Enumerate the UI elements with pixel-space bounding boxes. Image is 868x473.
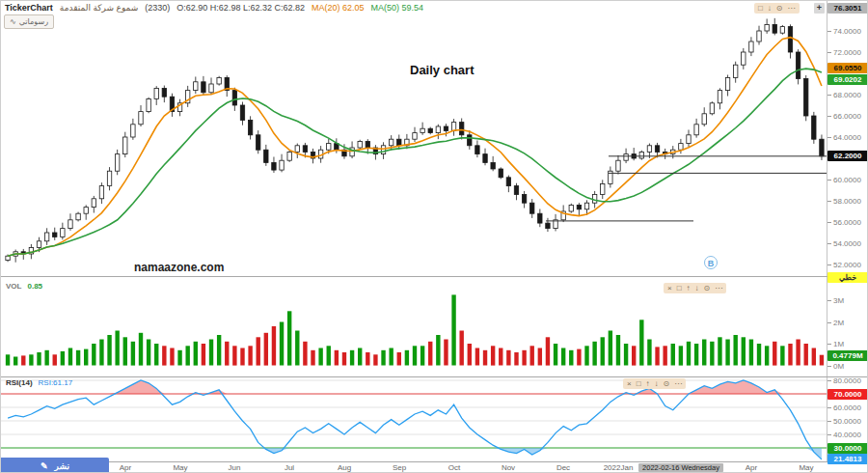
move-down-icon[interactable]: ↓ xyxy=(695,284,699,292)
volume-bar xyxy=(170,348,174,366)
candle xyxy=(295,144,299,158)
volume-bar xyxy=(84,349,88,366)
price-chart[interactable] xyxy=(1,1,827,277)
volume-bar xyxy=(311,350,314,366)
volume-bar xyxy=(780,346,784,365)
watermark: namaazone.com xyxy=(134,261,224,274)
volume-bar xyxy=(177,350,181,366)
candle xyxy=(397,134,401,149)
candle xyxy=(280,154,284,173)
ma20-price-chip: 69.0550 xyxy=(827,63,868,73)
candle xyxy=(468,130,472,150)
volume-bar xyxy=(76,350,80,366)
window-icon[interactable]: □ xyxy=(758,4,763,13)
volume-bar xyxy=(29,354,33,365)
panel-separator[interactable] xyxy=(1,276,868,277)
candle xyxy=(61,223,65,240)
candle xyxy=(177,99,181,117)
volume-bar xyxy=(639,320,643,365)
plus-icon[interactable]: + xyxy=(814,3,825,14)
axis-tick-label: 52.0000 xyxy=(827,261,861,269)
ma20-readout: MA(20) 62.05 xyxy=(312,3,365,13)
volume-bar xyxy=(483,350,487,366)
rsi-chart[interactable] xyxy=(1,377,827,461)
clock-icon[interactable]: ⊙ xyxy=(664,379,670,388)
candle xyxy=(248,116,252,139)
candle xyxy=(225,75,229,97)
candle xyxy=(405,134,409,149)
ohlc-values: O:62.90 H:62.98 L:62.32 C:62.82 xyxy=(176,3,305,13)
close-icon[interactable]: × xyxy=(667,284,672,292)
month-label: 2022Jan xyxy=(604,463,634,472)
rsi-label: RSI(14) xyxy=(6,378,33,387)
candle xyxy=(718,88,721,109)
month-label: Apr xyxy=(120,463,131,472)
window-icon[interactable]: □ xyxy=(637,379,641,388)
more-icon[interactable]: ⋯ xyxy=(788,4,796,13)
candle xyxy=(68,213,72,231)
rsi-last-chip: 21.4813 xyxy=(827,454,868,464)
pencil-icon: ✎ xyxy=(41,461,48,471)
candle xyxy=(780,25,784,35)
ma50-line xyxy=(8,69,822,256)
axis-tick-label: 58.0000 xyxy=(827,197,861,206)
month-label: Oct xyxy=(448,463,460,472)
candle xyxy=(710,101,714,115)
candle xyxy=(202,76,205,96)
panel-separator[interactable] xyxy=(1,376,868,377)
candle xyxy=(413,127,417,142)
volume-bar xyxy=(225,342,229,366)
time-axis[interactable]: MarAprMayJunJulAugSepOctNovDec2022Jan202… xyxy=(1,462,827,473)
candle xyxy=(733,62,737,83)
move-down-icon[interactable]: ↓ xyxy=(768,4,772,13)
candle xyxy=(577,203,581,215)
month-label: Sep xyxy=(393,463,406,472)
volume-bar xyxy=(788,344,792,366)
volume-bar xyxy=(577,349,581,366)
volume-bar xyxy=(444,340,448,366)
candle xyxy=(632,148,636,160)
volume-bar xyxy=(413,346,417,365)
candle xyxy=(287,151,291,162)
clock-icon[interactable]: ⊙ xyxy=(704,284,711,292)
clock-icon[interactable]: ⊙ xyxy=(776,4,783,13)
publish-label: نشر xyxy=(55,461,70,471)
volume-bar xyxy=(107,335,111,366)
volume-bar xyxy=(663,346,666,365)
candle xyxy=(757,26,761,45)
volume-bar xyxy=(350,350,354,366)
my-drawings-button[interactable]: ∿ رسوماتي xyxy=(4,14,54,29)
scale-type-chip[interactable]: خطي xyxy=(827,272,868,283)
volume-bar xyxy=(506,350,510,366)
volume-bar xyxy=(632,346,636,365)
volume-bar xyxy=(405,350,409,366)
candle xyxy=(53,228,57,240)
candle xyxy=(107,167,111,190)
candle xyxy=(257,130,260,153)
month-label: Nov xyxy=(502,463,515,472)
volume-bar xyxy=(280,322,284,366)
axis-tick-label: 66.0000 xyxy=(827,112,861,121)
window-icon[interactable]: □ xyxy=(677,284,682,292)
more-icon[interactable]: ⋯ xyxy=(715,284,722,292)
move-up-icon[interactable]: ↑ xyxy=(646,379,650,388)
rsi-panel-header: RSI(14) RSI:61.17 xyxy=(6,378,72,387)
move-up-icon[interactable]: ↑ xyxy=(687,284,691,292)
close-icon[interactable]: × xyxy=(627,379,632,388)
axis-tick-label: 68.0000 xyxy=(827,91,861,99)
more-icon[interactable]: ⋯ xyxy=(674,379,682,388)
wave-icon: ∿ xyxy=(10,17,16,26)
month-label: May xyxy=(799,463,813,472)
volume-bar xyxy=(655,347,659,365)
volume-bar xyxy=(318,348,322,366)
publish-button[interactable]: ✎ نشر xyxy=(1,458,109,473)
b-badge-icon[interactable]: B xyxy=(704,256,718,269)
move-down-icon[interactable]: ↓ xyxy=(655,379,659,388)
last-volume-chip: 0.4779M xyxy=(827,350,868,361)
axis-tick-label: 60.0000 xyxy=(827,176,861,184)
axis-tick-label: 56.0000 xyxy=(827,218,861,227)
daily-chart-annotation: Daily chart xyxy=(410,63,474,77)
volume-bar xyxy=(491,346,495,365)
symbol-name: شموع شركة المتقدمة xyxy=(60,3,138,13)
candle xyxy=(14,250,17,263)
